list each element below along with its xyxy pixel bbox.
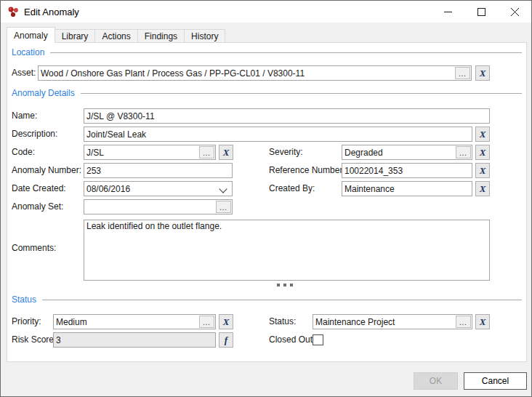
- tab-library[interactable]: Library: [55, 29, 96, 43]
- anomaly-set-label: Anomaly Set:: [12, 199, 63, 214]
- priority-label: Priority:: [12, 314, 41, 329]
- tab-history[interactable]: History: [184, 29, 225, 43]
- code-clear-button[interactable]: X: [219, 145, 233, 160]
- comments-resize-handle[interactable]: [277, 284, 293, 286]
- title-bar: Edit Anomaly: [1, 1, 531, 23]
- code-browse-button[interactable]: …: [199, 146, 214, 159]
- close-button[interactable]: [498, 1, 531, 23]
- status-browse-button[interactable]: …: [456, 316, 471, 328]
- tab-findings[interactable]: Findings: [137, 29, 185, 43]
- closed-out-label: Closed Out:: [269, 332, 315, 348]
- anomaly-number-field[interactable]: [84, 163, 233, 178]
- severity-label: Severity:: [269, 145, 303, 160]
- asset-clear-button[interactable]: X: [475, 65, 490, 81]
- risk-score-label: Risk Score:: [12, 332, 56, 348]
- section-title: Anomaly Details: [12, 88, 75, 98]
- section-title: Status: [12, 294, 36, 305]
- closed-out-checkbox[interactable]: [313, 334, 323, 345]
- close-icon: [511, 8, 519, 16]
- name-field[interactable]: [84, 108, 490, 124]
- cancel-button[interactable]: Cancel: [464, 372, 527, 390]
- section-rule: [50, 52, 522, 53]
- section-rule: [42, 300, 522, 300]
- asset-field[interactable]: …: [38, 65, 472, 81]
- dialog-title: Edit Anomaly: [24, 7, 79, 17]
- created-by-label: Created By:: [269, 181, 315, 196]
- comments-label: Comments:: [12, 241, 56, 256]
- code-label: Code:: [12, 145, 35, 160]
- location-section-header: Location: [12, 47, 522, 57]
- minimize-button[interactable]: [431, 1, 464, 23]
- status-label: Status:: [269, 314, 296, 329]
- date-created-label: Date Created:: [12, 181, 66, 196]
- anomaly-number-label: Anomaly Number:: [12, 163, 81, 178]
- priority-browse-button[interactable]: …: [199, 316, 214, 328]
- created-by-input[interactable]: [342, 182, 472, 196]
- maximize-button[interactable]: [464, 1, 498, 23]
- description-clear-button[interactable]: X: [475, 127, 490, 142]
- section-title: Location: [12, 47, 44, 57]
- edit-anomaly-dialog: Edit Anomaly Anomaly Library Actions Fin…: [0, 0, 532, 397]
- comments-textarea[interactable]: Leak identified on the outlet flange.: [84, 220, 490, 281]
- status-input[interactable]: [313, 315, 472, 329]
- section-rule: [81, 93, 522, 94]
- tab-strip: Anomaly Library Actions Findings History: [7, 28, 225, 43]
- severity-clear-button[interactable]: X: [475, 145, 490, 160]
- name-input[interactable]: [84, 109, 489, 123]
- priority-clear-button[interactable]: X: [219, 314, 233, 329]
- risk-score-field: [53, 332, 216, 348]
- anomaly-details-section-header: Anomaly Details: [12, 88, 522, 98]
- tab-anomaly[interactable]: Anomaly: [7, 27, 55, 43]
- description-field[interactable]: [84, 127, 472, 142]
- tab-label: Anomaly: [14, 31, 48, 41]
- reference-number-clear-button[interactable]: X: [475, 163, 490, 178]
- risk-score-input: [54, 333, 215, 347]
- status-clear-button[interactable]: X: [475, 314, 490, 329]
- maximize-icon: [477, 8, 485, 16]
- anomaly-set-input[interactable]: [84, 200, 232, 214]
- description-input[interactable]: [84, 127, 472, 141]
- severity-input[interactable]: [342, 145, 472, 159]
- status-section-header: Status: [12, 294, 522, 305]
- anomaly-set-field[interactable]: …: [84, 199, 233, 214]
- date-created-field[interactable]: [84, 181, 233, 196]
- severity-field[interactable]: …: [342, 145, 472, 160]
- anomaly-tab-page: Location Asset: … X Anomaly Details Name…: [7, 42, 527, 362]
- date-created-input[interactable]: [84, 182, 232, 196]
- app-logo-icon: [7, 6, 19, 17]
- minimize-icon: [444, 8, 452, 16]
- ok-button: OK: [414, 372, 458, 390]
- tab-actions[interactable]: Actions: [94, 29, 137, 43]
- tab-label: Actions: [102, 31, 130, 41]
- reference-number-input[interactable]: [342, 164, 472, 177]
- tab-label: Library: [62, 31, 89, 41]
- reference-number-label: Reference Number:: [269, 163, 345, 178]
- code-field[interactable]: …: [84, 145, 216, 160]
- name-label: Name:: [12, 108, 37, 124]
- status-field[interactable]: …: [313, 314, 472, 329]
- priority-input[interactable]: [54, 315, 215, 329]
- severity-browse-button[interactable]: …: [456, 146, 471, 159]
- reference-number-field[interactable]: [342, 163, 472, 178]
- anomaly-number-input[interactable]: [84, 164, 232, 177]
- created-by-clear-button[interactable]: X: [475, 181, 490, 196]
- tab-label: Findings: [145, 31, 177, 41]
- anomaly-set-browse-button[interactable]: …: [216, 201, 231, 213]
- asset-label: Asset:: [12, 65, 36, 81]
- code-input[interactable]: [84, 145, 215, 159]
- created-by-field[interactable]: [342, 181, 472, 196]
- description-label: Description:: [12, 127, 57, 142]
- asset-input[interactable]: [39, 66, 471, 80]
- tab-label: History: [191, 31, 218, 41]
- asset-browse-button[interactable]: …: [455, 67, 470, 79]
- priority-field[interactable]: …: [53, 314, 216, 329]
- risk-score-function-button[interactable]: f: [219, 332, 233, 348]
